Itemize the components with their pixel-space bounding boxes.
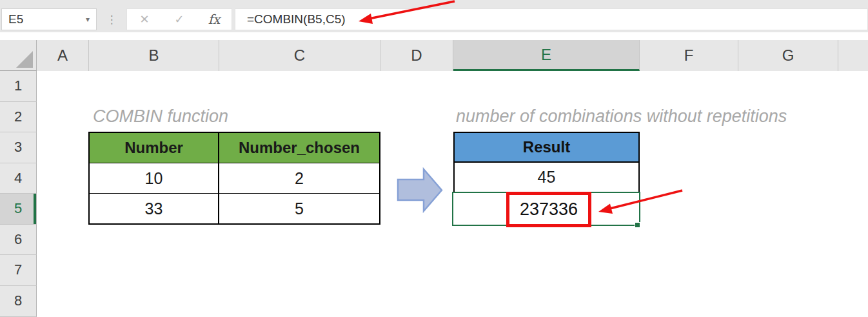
column-header-e[interactable]: E <box>453 40 640 71</box>
formula-buttons: ✕ ✓ fx <box>126 8 232 30</box>
cell-b4[interactable]: 10 <box>90 163 219 193</box>
column-header-f[interactable]: F <box>640 40 738 71</box>
column-header-a[interactable]: A <box>37 40 89 71</box>
cell-c4[interactable]: 2 <box>219 163 379 193</box>
column-header-c[interactable]: C <box>219 40 380 71</box>
name-box-value: E5 <box>8 12 86 26</box>
row-header-2[interactable]: 2 <box>0 102 37 133</box>
result-table-header[interactable]: Result <box>455 133 638 161</box>
cell-e4[interactable]: 45 <box>455 161 638 192</box>
row-header-6[interactable]: 6 <box>0 225 37 256</box>
row-header-1[interactable]: 1 <box>0 71 37 102</box>
select-all-triangle-icon <box>16 51 33 68</box>
formula-text: =COMBIN(B5,C5) <box>247 12 346 26</box>
input-table-header-number-chosen[interactable]: Number_chosen <box>219 133 379 163</box>
column-header-d[interactable]: D <box>380 40 453 71</box>
input-table: Number Number_chosen 10 2 33 5 <box>88 132 380 225</box>
enter-icon[interactable]: ✓ <box>166 12 192 26</box>
caption-combinations: number of combinations without repetitio… <box>456 107 787 127</box>
insert-function-icon[interactable]: fx <box>201 12 227 27</box>
column-header-b[interactable]: B <box>89 40 219 71</box>
row-header-5[interactable]: 5 <box>0 194 37 225</box>
fill-handle[interactable] <box>635 222 640 228</box>
column-header-g[interactable]: G <box>738 40 838 71</box>
input-table-header-number[interactable]: Number <box>90 133 219 163</box>
name-box-dropdown-icon[interactable]: ▾ <box>86 15 90 24</box>
formula-input[interactable]: =COMBIN(B5,C5) <box>235 8 868 30</box>
caption-combin-function: COMBIN function <box>93 107 228 127</box>
name-box[interactable]: E5 ▾ <box>1 8 97 30</box>
select-all-corner[interactable] <box>0 40 37 71</box>
excel-window: E5 ▾ ⋮ ✕ ✓ fx =COMBIN(B5,C5) A B C D E F… <box>0 0 868 317</box>
cell-e5-value: 237336 <box>520 199 578 220</box>
formula-splitter-icon[interactable]: ⋮ <box>105 8 118 30</box>
cell-c5[interactable]: 5 <box>219 193 379 223</box>
cell-b5[interactable]: 33 <box>90 193 219 223</box>
row-header-4[interactable]: 4 <box>0 163 37 194</box>
cancel-icon[interactable]: ✕ <box>132 12 157 26</box>
red-highlight-box: 237336 <box>506 192 591 227</box>
row-header-7[interactable]: 7 <box>0 255 37 286</box>
row-header-3[interactable]: 3 <box>0 132 37 163</box>
row-header-8[interactable]: 8 <box>0 286 37 317</box>
result-table: Result 45 <box>453 132 640 193</box>
column-header-h[interactable] <box>838 40 868 71</box>
formula-bar-row: E5 ▾ ⋮ ✕ ✓ fx =COMBIN(B5,C5) <box>0 0 868 32</box>
